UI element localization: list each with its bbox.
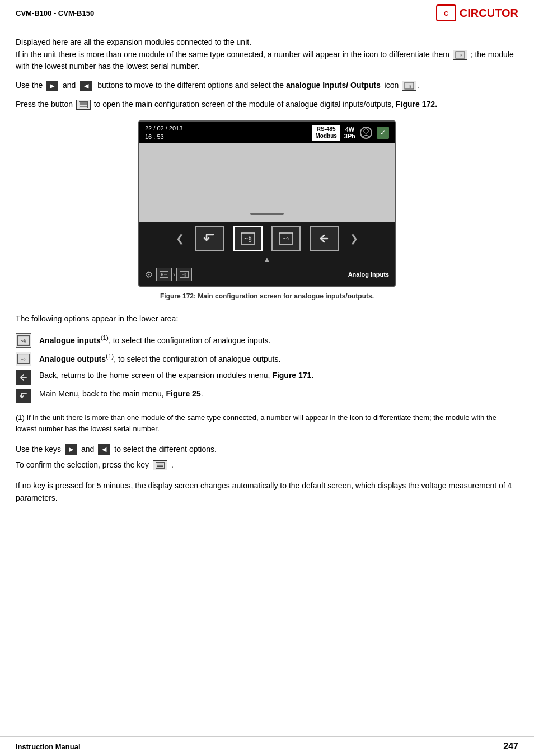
- device-screen: 22 / 02 / 2013 16 : 53 RS-485 Modbus 4W …: [138, 120, 396, 287]
- nav-return-icon: [195, 226, 224, 251]
- svg-text:~›: ~›: [283, 235, 289, 242]
- nav-small-box-left: [156, 268, 172, 281]
- nav-up-chevron: ▲: [264, 255, 270, 263]
- main-menu-icon: [16, 389, 31, 403]
- svg-text:C: C: [444, 10, 448, 17]
- options-list: ~§ Analogue inputs(1), to select the con…: [16, 333, 518, 403]
- analogue-outputs-text: Analogue outputs(1), to select the confi…: [39, 351, 280, 365]
- option-row-analogue-inputs: ~§ Analogue inputs(1), to select the con…: [16, 333, 518, 348]
- screen-center-bar: [250, 213, 284, 215]
- svg-text:~§: ~§: [407, 83, 412, 88]
- nav-bottom-left-icons: ⚙ › ~§: [145, 268, 192, 281]
- footer-page-number: 247: [503, 741, 518, 752]
- back-arrow-icon: [16, 370, 31, 385]
- logo-icon: C: [436, 4, 456, 21]
- back-text: Back, returns to the home screen of the …: [39, 370, 313, 382]
- footer-label: Instruction Manual: [16, 743, 81, 751]
- paragraph-press-button: Press the button to open the main config…: [16, 99, 518, 111]
- module-icon-inline: ~§: [453, 50, 467, 60]
- nav-gear-icon: ⚙: [145, 269, 153, 280]
- main-menu-text: Main Menu, back to the main menu, Figure…: [39, 388, 203, 400]
- screen-user-icon: [360, 127, 372, 139]
- figure-ref-bold: Figure 172.: [396, 100, 437, 109]
- nav-arrow-seq: ›: [173, 270, 175, 278]
- left-arrow-key-icon: ◀: [98, 444, 110, 455]
- use-keys-section: Use the keys ▶ and ◀ to select the diffe…: [16, 443, 518, 473]
- company-logo: C CIRCUTOR: [436, 4, 518, 21]
- document-title: CVM-B100 - CVM-B150: [16, 9, 94, 17]
- paragraph-1: Displayed here are all the expansion mod…: [16, 36, 518, 73]
- option-row-main-menu: Main Menu, back to the main menu, Figure…: [16, 388, 518, 403]
- logo-text: CIRCUTOR: [460, 7, 518, 20]
- 3ph-label: 3Ph: [344, 133, 355, 139]
- screen-main-area: [139, 143, 395, 222]
- options-intro: The following options appear in the lowe…: [16, 313, 518, 325]
- screen-nav-row1: ❮ ~§ ~›: [145, 226, 389, 251]
- nav-analogue-input-icon: ~§: [233, 226, 263, 251]
- paragraph-last: If no key is pressed for 5 minutes, the …: [16, 480, 518, 504]
- rs485-modbus-badge: RS-485 Modbus: [312, 125, 339, 141]
- svg-point-10: [364, 129, 368, 133]
- nav-right-outer-arrow: ❯: [348, 232, 360, 245]
- figure-172-wrap: 22 / 02 / 2013 16 : 53 RS-485 Modbus 4W …: [16, 120, 518, 307]
- nav-back-arrow-icon: [310, 226, 339, 251]
- screen-check-icon: ✓: [377, 127, 389, 139]
- screen-nav-area: ❮ ~§ ~›: [139, 222, 395, 286]
- right-arrow-key-icon: ▶: [65, 444, 77, 455]
- analogue-inputs-text: Analogue inputs(1), to select the config…: [39, 333, 270, 347]
- main-content: Displayed here are all the expansion mod…: [0, 25, 534, 544]
- nav-small-icon-group: › ~§: [156, 268, 192, 281]
- nav-analogue-output-icon: ~›: [271, 226, 301, 251]
- screen-status-bar: 22 / 02 / 2013 16 : 53 RS-485 Modbus 4W …: [139, 122, 395, 143]
- confirm-key-icon: [153, 460, 167, 470]
- svg-text:~§: ~§: [244, 235, 252, 242]
- analogue-outputs-icon: ~›: [16, 352, 31, 366]
- figure-172-caption: Figure 172: Main configuration screen fo…: [160, 291, 374, 302]
- svg-point-16: [161, 273, 163, 276]
- screen-datetime: 22 / 02 / 2013 16 : 53: [145, 124, 182, 141]
- analogue-io-icon-inline: ~§: [402, 81, 416, 91]
- footnote-1: (1) If in the unit there is more than on…: [16, 412, 518, 435]
- nav-analog-inputs-label: Analog Inputs: [348, 271, 389, 278]
- svg-text:~§: ~§: [457, 53, 462, 58]
- option-row-back: Back, returns to the home screen of the …: [16, 370, 518, 385]
- analogue-io-bold: analogue Inputs/ Outputs: [286, 81, 381, 90]
- nav-small-box-analogue: ~§: [176, 268, 192, 281]
- svg-text:~§: ~§: [21, 338, 26, 344]
- keys-row-1: Use the keys ▶ and ◀ to select the diffe…: [16, 443, 518, 456]
- left-arrow-button-inline: ◀: [80, 81, 92, 91]
- screen-nav-bottom: ⚙ › ~§ Analog Inputs: [145, 265, 389, 281]
- paragraph-use-buttons: Use the ▶ and ◀ buttons to move to the d…: [16, 80, 518, 92]
- nav-left-outer-arrow: ❮: [174, 232, 186, 245]
- page-header: CVM-B100 - CVM-B150 C CIRCUTOR: [0, 0, 534, 25]
- 4w-label: 4W: [345, 126, 355, 133]
- right-arrow-button-inline: ▶: [46, 81, 58, 91]
- svg-text:~›: ~›: [21, 357, 26, 362]
- screen-status-right: RS-485 Modbus 4W 3Ph ✓: [312, 125, 389, 141]
- svg-text:~§: ~§: [182, 273, 186, 277]
- menu-button-inline: [76, 100, 91, 110]
- option-row-analogue-outputs: ~› Analogue outputs(1), to select the co…: [16, 351, 518, 366]
- keys-row-2: To confirm the selection, press the key …: [16, 459, 518, 472]
- page-footer: Instruction Manual 247: [0, 736, 534, 756]
- analogue-inputs-icon: ~§: [16, 333, 31, 348]
